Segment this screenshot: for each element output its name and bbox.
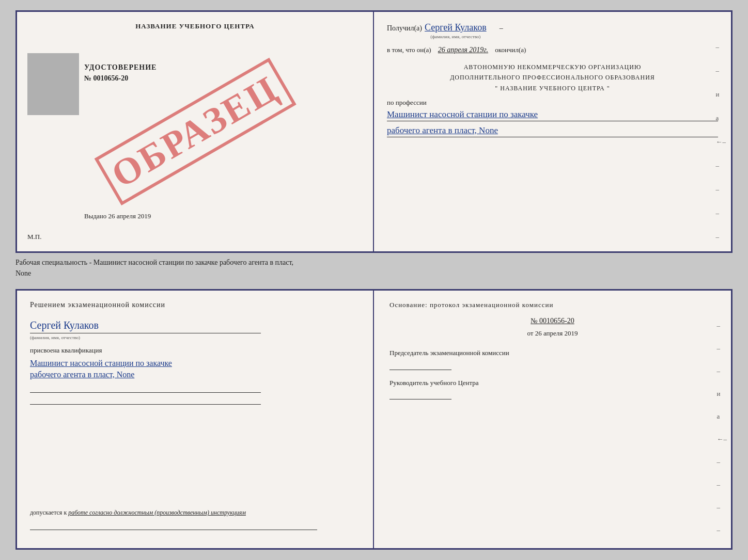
dopuskaetsya-block: допускается к работе согласно должностны… <box>30 509 368 533</box>
prisvoyena-label: присвоена квалификация <box>30 346 360 355</box>
top-document: НАЗВАНИЕ УЧЕБНОГО ЦЕНТРА УДОСТОВЕРЕНИЕ №… <box>15 10 733 253</box>
osnovanie-title: Основание: протокол экзаменационной коми… <box>389 301 715 309</box>
dopuskaetsya-label: допускается к <box>30 509 67 516</box>
org-block: АВТОНОМНУЮ НЕКОММЕРЧЕСКУЮ ОРГАНИЗАЦИЮ ДО… <box>387 62 718 93</box>
right-side-dashes: – – – и а ←– – – – – <box>717 322 727 534</box>
mp-label: М.П. <box>27 233 41 241</box>
resheniem-title: Решением экзаменационной комиссии <box>30 301 360 309</box>
rukovoditel-block: Руководитель учебного Центра <box>389 378 715 400</box>
vtom-date: 26 апреля 2019г. <box>438 46 488 54</box>
sign-line-2 <box>30 395 261 405</box>
middle-line2: None <box>15 268 733 279</box>
udostoverenie-label: УДОСТОВЕРЕНИЕ <box>84 63 157 72</box>
bottom-profession-line2: рабочего агента в пласт, None <box>30 370 360 379</box>
predsedatel-sign-field <box>389 361 451 370</box>
org-line1: АВТОНОМНУЮ НЕКОММЕРЧЕСКУЮ ОРГАНИЗАЦИЮ <box>387 62 718 72</box>
bottom-document: Решением экзаменационной комиссии Сергей… <box>15 289 733 550</box>
vydano-line: Выдано 26 апреля 2019 <box>84 212 151 220</box>
predsedatel-label: Председатель экзаменационной комиссии <box>389 348 715 358</box>
udostoverenie-number: № 0010656-20 <box>84 74 157 83</box>
sign-lines <box>30 383 360 405</box>
poluchil-label: Получил(а) <box>387 24 422 33</box>
udostoverenie-block: УДОСТОВЕРЕНИЕ № 0010656-20 <box>84 63 157 83</box>
protocol-date-prefix: от <box>527 329 533 337</box>
rukovoditel-sign-field <box>389 390 451 399</box>
dopuskaetsya-sign-line <box>30 521 317 530</box>
top-left-title: НАЗВАНИЕ УЧЕБНОГО ЦЕНТРА <box>25 22 365 30</box>
recipient-name-sub: (фамилия, имя, отчество) <box>430 34 480 39</box>
photo-placeholder <box>27 53 79 115</box>
profession-line1: Машинист насосной станции по закачке <box>387 109 718 121</box>
rukovoditel-label: Руководитель учебного Центра <box>389 378 715 388</box>
top-right-panel: Получил(а) Сергей Кулаков (фамилия, имя,… <box>374 12 731 251</box>
predsedatel-block: Председатель экзаменационной комиссии <box>389 348 715 370</box>
middle-line1: Рабочая специальность - Машинист насосно… <box>15 257 733 268</box>
protocol-date-value: 26 апреля 2019 <box>535 329 578 337</box>
profession-line2: рабочего агента в пласт, None <box>387 125 718 137</box>
poluchil-line: Получил(а) Сергей Кулаков (фамилия, имя,… <box>387 22 718 33</box>
top-left-panel: НАЗВАНИЕ УЧЕБНОГО ЦЕНТРА УДОСТОВЕРЕНИЕ №… <box>17 12 374 251</box>
protocol-number: № 0010656-20 <box>389 317 715 325</box>
side-dashes: – – и а ←– – – – – <box>716 43 726 241</box>
protocol-date: от 26 апреля 2019 <box>389 329 715 338</box>
bottom-right-panel: Основание: протокол экзаменационной коми… <box>374 291 731 548</box>
middle-text: Рабочая специальность - Машинист насосно… <box>15 257 733 279</box>
recipient-name: Сергей Кулаков (фамилия, имя, отчество) <box>425 22 487 33</box>
dopuskaetsya-text: работе согласно должностным (производств… <box>68 509 246 516</box>
bottom-profession-line1: Машинист насосной станции по закачке <box>30 359 360 368</box>
bottom-left-panel: Решением экзаменационной комиссии Сергей… <box>17 291 374 548</box>
vydano-label: Выдано <box>84 212 106 220</box>
bottom-recipient-name: Сергей Кулаков <box>30 319 360 331</box>
vtom-line: в том, что он(а) 26 апреля 2019г. окончи… <box>387 46 718 54</box>
sign-line-1 <box>30 383 261 393</box>
org-line2: ДОПОЛНИТЕЛЬНОГО ПРОФЕССИОНАЛЬНОГО ОБРАЗО… <box>387 72 718 83</box>
name-underline <box>30 333 261 333</box>
bottom-name-sub: (фамилия, имя, отчество) <box>30 335 360 340</box>
vydano-date: 26 апреля 2019 <box>108 212 151 220</box>
po-professii-label: по профессии <box>387 99 718 107</box>
org-line3: " НАЗВАНИЕ УЧЕБНОГО ЦЕНТРА " <box>387 83 718 93</box>
